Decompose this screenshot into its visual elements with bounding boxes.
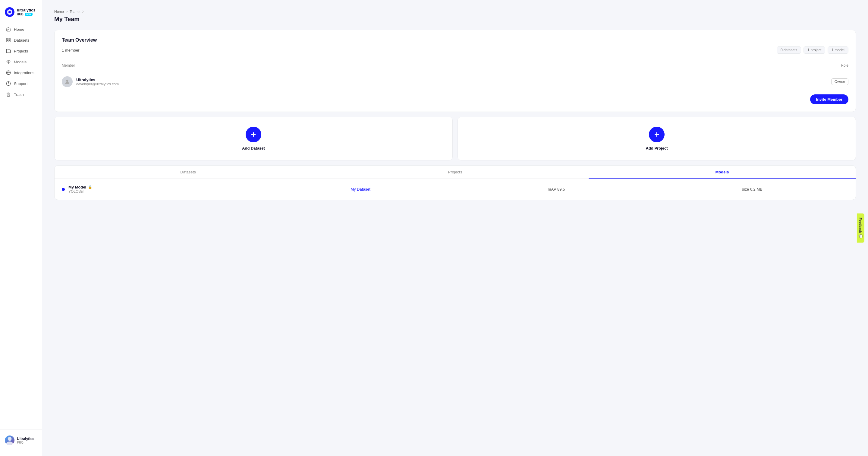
svg-rect-4 bbox=[9, 38, 10, 40]
member-role: Owner bbox=[831, 78, 848, 85]
model-size: size 6.2 MB bbox=[656, 187, 848, 192]
model-dataset: My Dataset bbox=[264, 187, 457, 192]
sidebar-item-projects[interactable]: Projects bbox=[2, 46, 39, 56]
feedback-button[interactable]: Feedback 💬 bbox=[857, 213, 864, 243]
page-title: My Team bbox=[54, 16, 856, 23]
stat-projects: 1 project bbox=[804, 47, 825, 54]
member-email: developer@ultralytics.com bbox=[76, 82, 119, 86]
member-row: Ultralytics developer@ultralytics.com Ow… bbox=[62, 74, 848, 90]
plus-icon-project bbox=[653, 131, 660, 138]
model-name: My Model 🔒 bbox=[68, 185, 261, 190]
tab-models[interactable]: Models bbox=[589, 166, 856, 178]
tab-datasets[interactable]: Datasets bbox=[55, 166, 321, 178]
model-status-dot bbox=[62, 188, 65, 191]
sidebar-item-support-label: Support bbox=[14, 81, 28, 86]
add-project-circle bbox=[649, 127, 664, 142]
add-dataset-circle bbox=[246, 127, 261, 142]
member-name: Ultralytics bbox=[76, 78, 119, 82]
stats-row: 0 datasets 1 project 1 model bbox=[777, 47, 848, 54]
sidebar-item-models[interactable]: Models bbox=[2, 57, 39, 67]
sidebar: ultralytics HUB BETA Home Datasets Proje… bbox=[0, 0, 42, 456]
sidebar-item-datasets[interactable]: Datasets bbox=[2, 35, 39, 45]
svg-point-14 bbox=[66, 80, 68, 82]
stat-models: 1 model bbox=[828, 47, 848, 54]
datasets-icon bbox=[6, 38, 11, 42]
svg-point-7 bbox=[8, 61, 9, 62]
tabs-content: My Model 🔒 YOLOv8n My Dataset mAP 89.5 s… bbox=[55, 179, 856, 200]
main-content: Home > Teams > My Team Team Overview 1 m… bbox=[42, 0, 868, 456]
user-text: Ultralytics PRO bbox=[17, 437, 34, 444]
role-column-label: Role bbox=[841, 63, 848, 67]
sidebar-item-models-label: Models bbox=[14, 60, 27, 64]
sidebar-footer: Ultralytics PRO bbox=[0, 429, 42, 451]
add-dataset-card[interactable]: Add Dataset bbox=[54, 117, 453, 161]
tabs-header: Datasets Projects Models bbox=[55, 166, 856, 179]
breadcrumb-home[interactable]: Home bbox=[54, 10, 64, 14]
lock-icon: 🔒 bbox=[88, 185, 92, 189]
avatar bbox=[5, 435, 14, 445]
member-count: 1 member bbox=[62, 48, 80, 53]
sidebar-nav: Home Datasets Projects Models Integratio… bbox=[0, 24, 42, 427]
svg-rect-5 bbox=[9, 40, 10, 42]
model-info: My Model 🔒 YOLOv8n bbox=[68, 185, 261, 194]
stat-datasets: 0 datasets bbox=[777, 47, 801, 54]
svg-rect-6 bbox=[7, 40, 8, 42]
model-map: mAP 89.5 bbox=[460, 187, 652, 192]
invite-member-button[interactable]: Invite Member bbox=[810, 94, 848, 104]
user-name: Ultralytics bbox=[17, 437, 34, 441]
member-avatar-icon bbox=[64, 79, 70, 85]
invite-btn-row: Invite Member bbox=[62, 94, 848, 104]
add-project-card[interactable]: Add Project bbox=[458, 117, 856, 161]
support-icon bbox=[6, 81, 11, 86]
sidebar-item-support[interactable]: Support bbox=[2, 78, 39, 89]
beta-badge: BETA bbox=[25, 13, 33, 16]
plus-icon-dataset bbox=[250, 131, 257, 138]
breadcrumb-sep-1: > bbox=[66, 10, 68, 14]
logo-text: ultralytics HUB BETA bbox=[17, 8, 35, 16]
logo-icon bbox=[5, 7, 14, 17]
add-project-label: Add Project bbox=[646, 146, 668, 150]
sidebar-item-datasets-label: Datasets bbox=[14, 38, 29, 42]
sidebar-item-home-label: Home bbox=[14, 27, 24, 32]
feedback-label: Feedback bbox=[859, 218, 863, 233]
trash-icon bbox=[6, 92, 11, 97]
home-icon bbox=[6, 27, 11, 32]
sidebar-item-home[interactable]: Home bbox=[2, 24, 39, 34]
projects-icon bbox=[6, 49, 11, 53]
sidebar-item-integrations-label: Integrations bbox=[14, 70, 34, 75]
sidebar-item-integrations[interactable]: Integrations bbox=[2, 67, 39, 78]
user-profile[interactable]: Ultralytics PRO bbox=[2, 433, 39, 448]
member-list-header: Member Role bbox=[62, 63, 848, 70]
model-sub: YOLOv8n bbox=[68, 190, 261, 194]
model-row[interactable]: My Model 🔒 YOLOv8n My Dataset mAP 89.5 s… bbox=[55, 181, 856, 197]
models-icon bbox=[6, 59, 11, 64]
feedback-icon: 💬 bbox=[859, 234, 863, 238]
breadcrumb: Home > Teams > bbox=[54, 10, 856, 14]
logo-hub: HUB BETA bbox=[17, 13, 35, 16]
add-dataset-label: Add Dataset bbox=[242, 146, 265, 150]
team-overview-title: Team Overview bbox=[62, 37, 848, 43]
sidebar-item-trash[interactable]: Trash bbox=[2, 89, 39, 99]
sidebar-item-trash-label: Trash bbox=[14, 92, 24, 97]
integrations-icon bbox=[6, 70, 11, 75]
member-details: Ultralytics developer@ultralytics.com bbox=[76, 78, 119, 86]
sidebar-item-projects-label: Projects bbox=[14, 49, 28, 53]
svg-point-12 bbox=[8, 437, 12, 441]
svg-point-2 bbox=[8, 11, 11, 13]
logo: ultralytics HUB BETA bbox=[0, 5, 42, 24]
user-plan: PRO bbox=[17, 441, 34, 444]
avatar-image bbox=[5, 435, 14, 445]
breadcrumb-sep-2: > bbox=[82, 10, 84, 14]
member-avatar bbox=[62, 76, 73, 87]
add-cards-row: Add Dataset Add Project bbox=[54, 117, 856, 161]
team-overview-card: Team Overview 1 member 0 datasets 1 proj… bbox=[54, 30, 856, 112]
tab-projects[interactable]: Projects bbox=[321, 166, 589, 178]
svg-rect-3 bbox=[7, 38, 8, 40]
logo-name: ultralytics bbox=[17, 8, 35, 12]
member-info: Ultralytics developer@ultralytics.com bbox=[62, 76, 119, 87]
breadcrumb-teams[interactable]: Teams bbox=[70, 10, 80, 14]
svg-point-13 bbox=[6, 441, 13, 445]
tabs-card: Datasets Projects Models My Model 🔒 YOLO… bbox=[54, 165, 856, 200]
member-column-label: Member bbox=[62, 63, 75, 67]
